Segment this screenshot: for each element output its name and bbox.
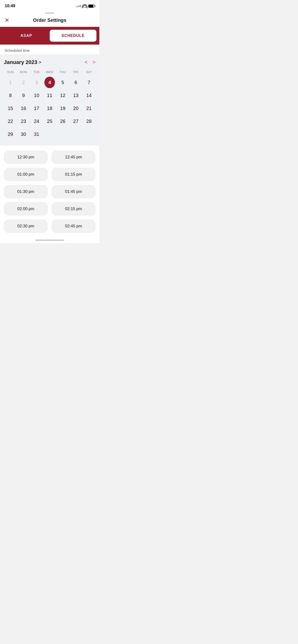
month-title: January 2023 [4, 59, 37, 66]
calendar-day [71, 128, 81, 140]
calendar-day[interactable]: 15 [5, 102, 16, 114]
schedule-tab[interactable]: SCHEDULE [50, 30, 96, 42]
time-slots-grid: 12:30 pm12:45 pm01:00 pm01:15 pm01:30 pm… [4, 150, 95, 233]
time-slot-button[interactable]: 01:30 pm [4, 185, 48, 198]
scroll-indicator [0, 238, 99, 243]
time-slot-button[interactable]: 12:45 pm [52, 150, 95, 164]
calendar-header: January 2023 > < > [4, 59, 95, 66]
status-bar: 10:49 [0, 0, 99, 10]
calendar-day[interactable]: 4 [44, 77, 55, 88]
day-header-sat: SAT [82, 69, 95, 75]
sheet-handle-container [0, 10, 99, 14]
calendar-day[interactable]: 17 [31, 102, 42, 114]
battery-icon [88, 4, 95, 8]
calendar-day[interactable]: 14 [84, 90, 94, 101]
time-slot-button[interactable]: 02:15 pm [52, 202, 95, 216]
time-slots-container: 12:30 pm12:45 pm01:00 pm01:15 pm01:30 pm… [0, 146, 99, 238]
day-header-sun: SUN [4, 69, 17, 75]
time-slot-button[interactable]: 01:45 pm [52, 185, 95, 198]
scheduled-label: Scheduled time [0, 44, 99, 54]
calendar-day[interactable]: 24 [31, 116, 42, 127]
month-title-group: January 2023 > [4, 59, 41, 66]
calendar-day[interactable]: 11 [44, 90, 55, 101]
wifi-icon [83, 4, 87, 8]
close-button[interactable]: ✕ [5, 17, 9, 24]
calendar-day[interactable]: 31 [31, 128, 42, 140]
calendar-nav-arrows: < > [84, 59, 95, 66]
calendar-day[interactable]: 18 [44, 102, 55, 114]
calendar-day [44, 128, 55, 140]
calendar-day[interactable]: 21 [84, 102, 94, 114]
calendar-day[interactable]: 30 [18, 128, 29, 140]
day-header-tue: TUE [30, 69, 43, 75]
calendar-day[interactable]: 16 [18, 102, 29, 114]
calendar-day[interactable]: 25 [44, 116, 55, 127]
status-time: 10:49 [5, 4, 15, 8]
calendar-day[interactable]: 6 [71, 77, 81, 88]
calendar-day[interactable]: 1 [5, 77, 16, 88]
calendar-day[interactable]: 9 [18, 90, 29, 101]
day-header-thu: THU [56, 69, 69, 75]
day-headers: SUN MON TUE WED THU FRI SAT [4, 69, 95, 75]
calendar-container: January 2023 > < > SUN MON TUE WED THU F… [0, 54, 99, 146]
calendar-day[interactable]: 22 [5, 116, 16, 127]
calendar-day[interactable]: 26 [58, 116, 68, 127]
day-header-wed: WED [43, 69, 56, 75]
prev-month-button[interactable]: < [84, 59, 88, 66]
calendar-grid: 1234567891011121314151617181920212223242… [4, 77, 95, 140]
time-slot-button[interactable]: 12:30 pm [4, 150, 48, 164]
calendar-day[interactable]: 7 [84, 77, 94, 88]
calendar-day [58, 128, 68, 140]
scroll-bar [35, 240, 64, 241]
day-header-mon: MON [17, 69, 30, 75]
month-expand-arrow[interactable]: > [39, 60, 41, 65]
time-slot-button[interactable]: 02:45 pm [52, 220, 95, 233]
calendar-day[interactable]: 12 [58, 90, 68, 101]
status-icons [76, 4, 95, 8]
calendar-day[interactable]: 8 [5, 90, 16, 101]
time-slot-button[interactable]: 02:30 pm [4, 220, 48, 233]
calendar-day[interactable]: 29 [5, 128, 16, 140]
day-header-fri: FRI [69, 69, 83, 75]
calendar-day[interactable]: 5 [58, 77, 68, 88]
next-month-button[interactable]: > [92, 59, 95, 66]
calendar-day[interactable]: 28 [84, 116, 94, 127]
calendar-day[interactable]: 10 [31, 90, 42, 101]
sheet-handle [45, 12, 54, 14]
time-slot-button[interactable]: 01:00 pm [4, 168, 48, 181]
time-slot-button[interactable]: 02:00 pm [4, 202, 48, 216]
time-slot-button[interactable]: 01:15 pm [52, 168, 95, 181]
header: ✕ Order Settings [0, 14, 99, 27]
asap-tab[interactable]: ASAP [3, 30, 50, 42]
calendar-day[interactable]: 20 [71, 102, 81, 114]
page-title: Order Settings [33, 18, 66, 23]
calendar-day[interactable]: 27 [71, 116, 81, 127]
calendar-day[interactable]: 23 [18, 116, 29, 127]
tab-switcher: ASAP SCHEDULE [0, 27, 99, 44]
calendar-day [84, 128, 94, 140]
signal-icon [76, 5, 81, 7]
calendar-day[interactable]: 19 [58, 102, 68, 114]
calendar-day[interactable]: 2 [18, 77, 29, 88]
calendar-day[interactable]: 3 [31, 77, 42, 88]
calendar-day[interactable]: 13 [71, 90, 81, 101]
